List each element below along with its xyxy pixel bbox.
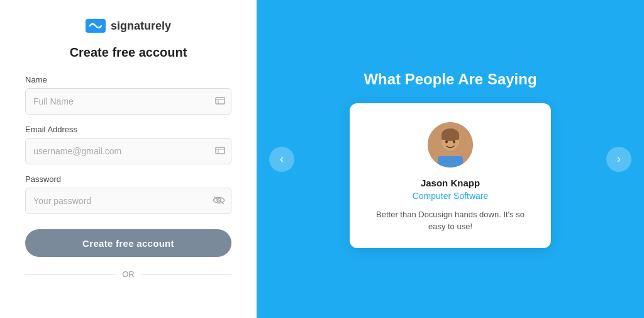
- svg-point-14: [453, 140, 455, 143]
- password-visibility-icon[interactable]: [213, 196, 225, 207]
- or-text: OR: [122, 270, 135, 279]
- name-label: Name: [25, 75, 231, 84]
- name-input-wrapper: [25, 88, 231, 115]
- testimonial-card: Jason Knapp Computer Software Better tha…: [350, 103, 551, 248]
- name-field-group: Name: [25, 75, 231, 115]
- password-field-group: Password: [25, 174, 231, 214]
- avatar-image: [428, 122, 473, 168]
- testimonials-title: What People Are Saying: [364, 71, 536, 88]
- svg-rect-12: [438, 156, 463, 168]
- person-name: Jason Knapp: [367, 178, 533, 188]
- create-account-button[interactable]: Create free account: [25, 229, 231, 257]
- left-panel: signaturely Create free account Name Ema…: [0, 0, 257, 318]
- signup-form: Name Email Address: [25, 75, 231, 279]
- name-input[interactable]: [25, 88, 231, 115]
- prev-testimonial-button[interactable]: ‹: [269, 147, 294, 172]
- svg-rect-11: [441, 135, 459, 140]
- testimonial-quote: Better than Docusign hands down. It's so…: [367, 208, 533, 233]
- logo-area: signaturely: [86, 19, 171, 33]
- email-input[interactable]: [25, 138, 231, 164]
- right-panel: What People Are Saying Jason Knapp Compu…: [257, 0, 644, 318]
- password-label: Password: [25, 174, 231, 184]
- page-title: Create free account: [70, 45, 187, 60]
- or-divider: OR: [25, 270, 231, 279]
- email-field-icon: [215, 146, 225, 156]
- name-field-icon: [215, 96, 225, 106]
- person-role: Computer Software: [367, 191, 533, 201]
- svg-point-13: [445, 140, 448, 143]
- svg-rect-0: [216, 98, 225, 104]
- email-label: Email Address: [25, 125, 231, 134]
- password-input[interactable]: [25, 188, 231, 214]
- next-testimonial-button[interactable]: ›: [606, 147, 631, 172]
- svg-rect-3: [216, 147, 225, 154]
- avatar: [428, 122, 473, 168]
- logo-text: signaturely: [111, 20, 171, 33]
- email-input-wrapper: [25, 138, 231, 164]
- password-input-wrapper: [25, 188, 231, 214]
- logo-icon: [86, 19, 106, 33]
- email-field-group: Email Address: [25, 125, 231, 164]
